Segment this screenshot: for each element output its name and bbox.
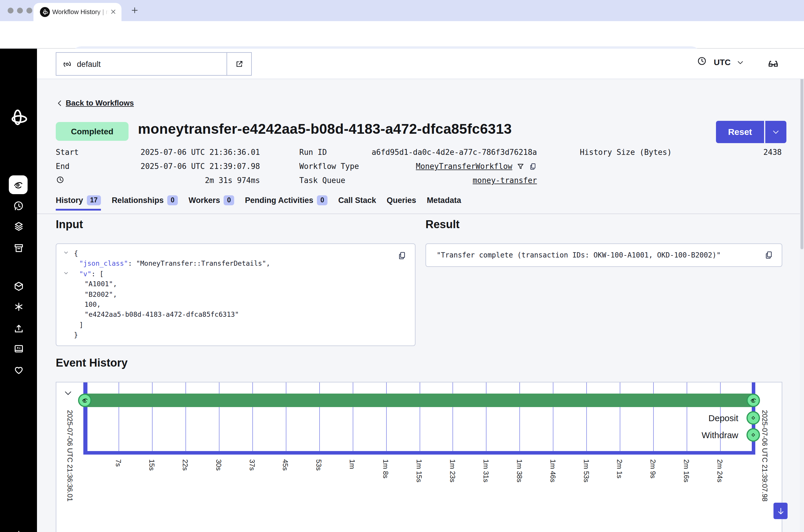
gridline	[520, 382, 520, 451]
namespace-name: default	[77, 60, 101, 69]
window-minimize-button[interactable]	[17, 7, 23, 14]
sidebar-item-archive[interactable]	[13, 242, 24, 254]
activity-node-withdraw[interactable]	[747, 428, 760, 442]
copy-icon[interactable]	[529, 162, 537, 170]
timeline-collapse-chevron-icon[interactable]	[63, 388, 73, 398]
gridline	[352, 382, 353, 451]
window-zoom-button[interactable]	[26, 7, 32, 14]
workflow-tabs: History17Relationships0Workers0Pending A…	[56, 195, 461, 209]
workflow-type-row: MoneyTransferWorkflow	[329, 162, 537, 171]
tab-label: Workers	[188, 196, 220, 205]
run-id-value: a6fd95d1-da0c-4d2e-a77c-786f3d76218a	[329, 148, 537, 157]
axis-tick-label: 1m 53s	[582, 459, 591, 482]
tab-relationships[interactable]: Relationships0	[112, 195, 178, 209]
scroll-to-bottom-button[interactable]	[773, 503, 788, 519]
axis-tick-label: 2m 24s	[716, 459, 724, 482]
browser-tab[interactable]: Workflow History | moneytran	[34, 3, 121, 21]
input-json: {"json_class": "MoneyTransfer::TransferD…	[56, 249, 415, 341]
result-card: "Transfer complete (transaction IDs: OKW…	[426, 243, 782, 267]
sidebar-item-workflows[interactable]	[9, 175, 27, 194]
tab-label: Metadata	[427, 196, 461, 205]
input-card: {"json_class": "MoneyTransfer::TransferD…	[56, 243, 415, 346]
axis-tick-label: 1m 23s	[448, 459, 456, 482]
copy-icon[interactable]	[764, 250, 773, 260]
input-heading: Input	[56, 218, 83, 231]
workflow-end-node[interactable]	[747, 393, 760, 407]
sidebar-nav: 2.34.0	[0, 49, 37, 532]
app-top-bar: default UTC	[37, 49, 804, 79]
copy-icon[interactable]	[397, 251, 407, 261]
json-text: : [	[92, 270, 104, 278]
json-text: 100,	[85, 300, 101, 308]
gridline	[152, 382, 153, 451]
temporal-logo-icon[interactable]	[8, 108, 29, 129]
namespace-external-link-button[interactable]	[226, 53, 251, 75]
start-label: Start	[56, 148, 79, 157]
namespace-selector[interactable]: default	[56, 52, 252, 76]
activity-node-deposit[interactable]	[747, 411, 760, 424]
axis-tick-label: 1m 8s	[381, 459, 390, 478]
workflow-type-link[interactable]: MoneyTransferWorkflow	[416, 162, 512, 171]
tab-call-stack[interactable]: Call Stack	[338, 196, 376, 208]
tab-pending-activities[interactable]: Pending Activities0	[245, 195, 328, 209]
labs-glasses-icon[interactable]	[767, 57, 779, 70]
tab-queries[interactable]: Queries	[387, 196, 416, 208]
workflow-execution-span[interactable]	[85, 394, 753, 407]
clock-icon	[697, 56, 707, 66]
reset-button[interactable]: Reset	[716, 121, 764, 143]
sidebar-item-feedback[interactable]	[13, 364, 24, 376]
sidebar-item-docs[interactable]	[13, 343, 24, 355]
activity-label-withdraw: Withdraw	[643, 430, 738, 440]
json-collapse-chevron-icon[interactable]	[63, 250, 69, 255]
gridline	[453, 382, 453, 451]
timeline-start-timestamp: 2025-07-06 UTC 21:36:36.01	[66, 410, 74, 501]
json-line: "json_class": "MoneyTransfer::TransferDe…	[56, 259, 415, 269]
reset-menu-button[interactable]	[765, 121, 786, 143]
gridline	[185, 382, 186, 451]
window-close-button[interactable]	[7, 7, 14, 14]
axis-tick-label: 1m 46s	[549, 459, 557, 482]
filter-funnel-icon[interactable]	[517, 162, 525, 170]
scrollbar-thumb[interactable]	[801, 79, 803, 249]
gridline	[386, 382, 387, 451]
new-tab-button[interactable]	[130, 6, 139, 15]
sidebar-item-schedules[interactable]	[13, 200, 24, 212]
result-value: "Transfer complete (transaction IDs: OKW…	[437, 251, 721, 259]
tab-label: Call Stack	[338, 196, 376, 205]
tabs-divider	[37, 213, 804, 214]
json-line: {	[56, 249, 415, 259]
theme-toggle-sun-icon[interactable]	[13, 530, 24, 532]
history-size-label: History Size (Bytes)	[580, 148, 672, 157]
timezone-chevron-down-icon[interactable]	[736, 59, 744, 66]
tab-close-icon[interactable]	[110, 8, 117, 15]
sidebar-item-nexus[interactable]	[13, 301, 24, 312]
tab-history[interactable]: History17	[56, 195, 101, 209]
tab-workers[interactable]: Workers0	[188, 195, 234, 209]
task-queue-link[interactable]: money-transfer	[329, 176, 537, 185]
sidebar-item-import[interactable]	[13, 323, 24, 334]
start-value: 2025-07-06 UTC 21:36:36.01	[100, 148, 260, 157]
back-chevron-icon[interactable]	[56, 99, 64, 107]
browser-toolbar: localhost:8080/namespaces/default/workfl…	[0, 21, 804, 49]
tab-count-badge: 0	[167, 195, 178, 205]
timezone-selector[interactable]: UTC	[714, 57, 731, 67]
axis-tick-label: 2m 9s	[649, 459, 657, 478]
sidebar-item-batch-operations[interactable]	[13, 221, 24, 232]
gridline	[620, 382, 620, 451]
json-line: "e4242aa5-b08d-4183-a472-dfca85fc6313"	[56, 310, 415, 320]
namespace-icon	[62, 59, 72, 69]
axis-tick-label: 45s	[281, 459, 289, 471]
gridline	[486, 382, 487, 451]
tab-metadata[interactable]: Metadata	[427, 196, 461, 208]
workflow-start-node[interactable]	[78, 393, 92, 407]
json-line: }	[56, 330, 415, 341]
run-id-label: Run ID	[299, 148, 327, 157]
axis-tick-label: 1m 31s	[482, 459, 490, 482]
axis-tick-label: 22s	[181, 459, 189, 471]
tab-label: Pending Activities	[245, 196, 313, 205]
axis-tick-label: 37s	[248, 459, 256, 471]
json-key: "json_class"	[79, 260, 128, 268]
json-collapse-chevron-icon[interactable]	[63, 270, 69, 276]
sidebar-item-deployments[interactable]	[13, 280, 24, 292]
back-to-workflows-link[interactable]: Back to Workflows	[66, 98, 134, 107]
